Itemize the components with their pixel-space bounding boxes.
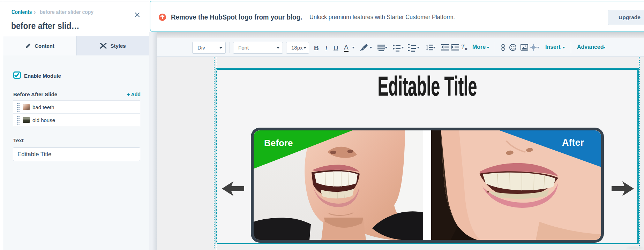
svg-text:After: After [562,137,584,148]
svg-text:Before: Before [264,138,293,148]
